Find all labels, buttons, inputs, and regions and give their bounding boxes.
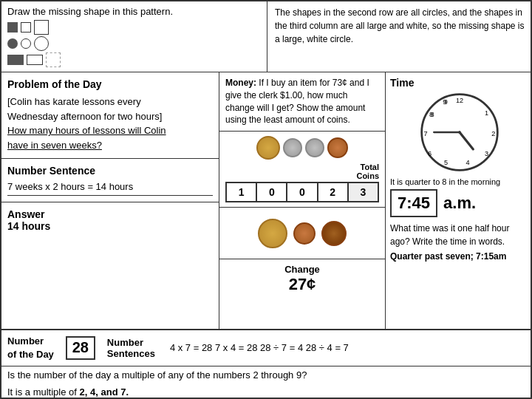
am-pm: a.m. xyxy=(443,194,476,213)
answer-value: 14 hours xyxy=(7,220,213,232)
clock-container: 12 1 2 3 4 5 6 7 8 9 8 9 xyxy=(390,92,529,173)
svg-text:5: 5 xyxy=(444,159,448,166)
coin-penny-3 xyxy=(321,221,347,246)
coins-second-display xyxy=(219,208,385,259)
nod-value-box: 28 xyxy=(66,336,95,360)
change-section: Change 27¢ xyxy=(219,259,385,299)
svg-text:9: 9 xyxy=(444,99,448,106)
pattern-section: Draw the missing shape in this pattern. xyxy=(1,1,267,72)
center-panel: Money: If I buy an item for 73¢ and I gi… xyxy=(219,72,386,329)
svg-text:1: 1 xyxy=(485,109,488,117)
svg-text:8: 8 xyxy=(431,112,434,118)
svg-text:7: 7 xyxy=(424,130,428,137)
coin-count-3: 0 xyxy=(287,183,317,202)
shape-missing xyxy=(46,52,61,67)
svg-text:4: 4 xyxy=(466,159,469,166)
shape-small-filled-circle xyxy=(7,38,18,49)
money-intro: Money: xyxy=(225,78,256,88)
clock-svg: 12 1 2 3 4 5 6 7 8 9 8 9 xyxy=(419,92,500,173)
svg-text:3: 3 xyxy=(485,150,488,157)
main-container: Draw the missing shape in this pattern. xyxy=(1,1,532,399)
nod-label-line1: Number xyxy=(7,335,44,347)
problem-line1: [Colin has karate lessons every xyxy=(7,96,141,107)
number-of-day-row: Number of the Day 28 NumberSentences 4 x… xyxy=(1,330,532,366)
number-sentences-content: 4 x 7 = 28 7 x 4 = 28 28 ÷ 7 = 4 28 ÷ 4 … xyxy=(170,342,349,353)
pattern-answer: The shapes in the second row are all cir… xyxy=(267,1,532,72)
total-coins-label: TotalCoins xyxy=(225,163,379,180)
multiple-answer-prefix: It is a multiple of xyxy=(7,386,80,398)
change-amount: 27¢ xyxy=(225,275,379,294)
time-box: 7:45 xyxy=(390,189,437,217)
shape-row-2 xyxy=(7,36,261,51)
money-problem: Money: If I buy an item for 73¢ and I gi… xyxy=(219,72,385,132)
svg-text:12: 12 xyxy=(456,97,463,104)
shape-outline-rect xyxy=(27,55,43,65)
answer-label: Answer xyxy=(7,208,213,220)
problem-title: Problem of the Day xyxy=(7,78,213,90)
shape-small-outline-circle xyxy=(21,38,31,49)
coins-display-top xyxy=(225,136,379,160)
shape-large-outline-circle xyxy=(34,36,49,51)
shape-small-filled-square-1 xyxy=(7,22,18,33)
top-row: Draw the missing shape in this pattern. xyxy=(1,1,532,72)
right-panel: Time 12 1 2 3 4 5 6 7 8 9 xyxy=(386,72,532,329)
change-label: Change xyxy=(225,264,379,275)
coins-table-section: TotalCoins 1 0 0 2 3 xyxy=(219,132,385,208)
problem-line4: have in seven weeks? xyxy=(7,140,102,151)
coin-quarter-large xyxy=(258,219,287,248)
time-question: What time was it one half hour ago? Writ… xyxy=(390,222,529,248)
number-sentence-content: 7 weeks x 2 hours = 14 hours xyxy=(7,181,213,196)
problem-line3: How many hours of lessons will Colin xyxy=(7,125,166,136)
shape-small-outline-square-1 xyxy=(21,22,31,33)
coin-count-total: 3 xyxy=(348,183,378,202)
coins-count-grid: 1 0 0 2 3 xyxy=(225,182,379,202)
shape-row-3 xyxy=(7,52,261,67)
coin-dime-2 xyxy=(305,138,324,157)
time-display: 7:45 a.m. xyxy=(390,189,529,217)
svg-text:2: 2 xyxy=(491,130,495,137)
coin-penny-1 xyxy=(327,137,348,158)
shape-large-outline-square-1 xyxy=(34,20,49,35)
number-sentences-label: NumberSentences xyxy=(107,337,155,359)
multiple-answer: It is a multiple of 2, 4, and 7. xyxy=(1,383,532,399)
bottom-section: Number of the Day 28 NumberSentences 4 x… xyxy=(1,330,532,399)
problem-line2: Wednesday afternoon for two hours] xyxy=(7,111,162,122)
nod-label-line2: of the Day xyxy=(7,349,54,360)
coin-quarter-1 xyxy=(256,136,280,160)
number-sentence-section: Number Sentence 7 weeks x 2 hours = 14 h… xyxy=(1,159,219,202)
coin-count-1: 1 xyxy=(226,183,256,202)
time-caption: It is quarter to 8 in the morning xyxy=(390,177,529,186)
answer-section: Answer 14 hours xyxy=(1,202,219,238)
svg-text:6: 6 xyxy=(428,150,432,157)
multiple-question: Is the number of the day a multiple of a… xyxy=(1,366,532,383)
coin-dime-1 xyxy=(283,138,302,157)
problem-text: [Colin has karate lessons every Wednesda… xyxy=(7,95,213,152)
coin-penny-2 xyxy=(293,222,316,245)
shape-row-1 xyxy=(7,20,261,35)
left-panel: Problem of the Day [Colin has karate les… xyxy=(1,72,219,329)
multiple-answer-values: 2, 4, and 7. xyxy=(80,386,129,398)
pattern-shapes xyxy=(7,20,261,67)
number-sentences-block: NumberSentences xyxy=(107,337,155,359)
problem-section: Problem of the Day [Colin has karate les… xyxy=(1,72,219,159)
pattern-title: Draw the missing shape in this pattern. xyxy=(7,6,261,17)
coin-count-2: 0 xyxy=(256,183,287,202)
coin-count-4: 2 xyxy=(318,183,348,202)
number-sentence-title: Number Sentence xyxy=(7,165,213,177)
middle-row: Problem of the Day [Colin has karate les… xyxy=(1,72,532,330)
nod-label: Number of the Day xyxy=(7,335,54,361)
time-title: Time xyxy=(390,77,529,89)
shape-filled-rect xyxy=(7,55,24,65)
time-answer: Quarter past seven; 7:15am xyxy=(390,251,529,262)
